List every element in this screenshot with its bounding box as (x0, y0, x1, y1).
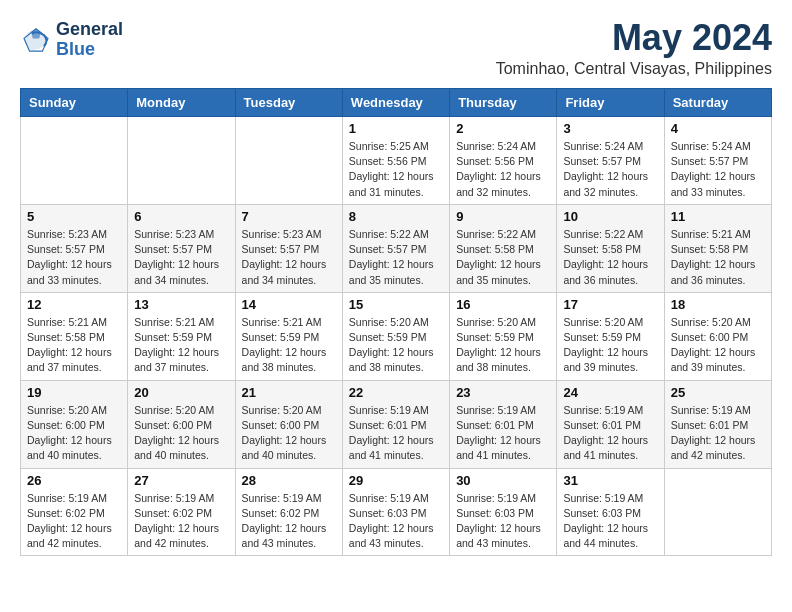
day-number: 12 (27, 297, 121, 312)
calendar-cell: 27Sunrise: 5:19 AM Sunset: 6:02 PM Dayli… (128, 468, 235, 556)
calendar-cell: 26Sunrise: 5:19 AM Sunset: 6:02 PM Dayli… (21, 468, 128, 556)
day-info: Sunrise: 5:20 AM Sunset: 5:59 PM Dayligh… (456, 315, 550, 376)
day-info: Sunrise: 5:19 AM Sunset: 6:01 PM Dayligh… (563, 403, 657, 464)
day-number: 6 (134, 209, 228, 224)
day-number: 8 (349, 209, 443, 224)
calendar-week-row: 5Sunrise: 5:23 AM Sunset: 5:57 PM Daylig… (21, 204, 772, 292)
calendar-table: SundayMondayTuesdayWednesdayThursdayFrid… (20, 88, 772, 556)
calendar-cell: 6Sunrise: 5:23 AM Sunset: 5:57 PM Daylig… (128, 204, 235, 292)
calendar-cell: 31Sunrise: 5:19 AM Sunset: 6:03 PM Dayli… (557, 468, 664, 556)
calendar-cell: 24Sunrise: 5:19 AM Sunset: 6:01 PM Dayli… (557, 380, 664, 468)
calendar-week-row: 26Sunrise: 5:19 AM Sunset: 6:02 PM Dayli… (21, 468, 772, 556)
weekday-header-tuesday: Tuesday (235, 89, 342, 117)
day-info: Sunrise: 5:19 AM Sunset: 6:01 PM Dayligh… (671, 403, 765, 464)
calendar-cell: 21Sunrise: 5:20 AM Sunset: 6:00 PM Dayli… (235, 380, 342, 468)
day-number: 30 (456, 473, 550, 488)
calendar-cell: 3Sunrise: 5:24 AM Sunset: 5:57 PM Daylig… (557, 117, 664, 205)
day-number: 15 (349, 297, 443, 312)
day-info: Sunrise: 5:20 AM Sunset: 6:00 PM Dayligh… (134, 403, 228, 464)
calendar-cell: 10Sunrise: 5:22 AM Sunset: 5:58 PM Dayli… (557, 204, 664, 292)
day-info: Sunrise: 5:24 AM Sunset: 5:57 PM Dayligh… (671, 139, 765, 200)
day-info: Sunrise: 5:20 AM Sunset: 6:00 PM Dayligh… (671, 315, 765, 376)
day-info: Sunrise: 5:22 AM Sunset: 5:58 PM Dayligh… (456, 227, 550, 288)
calendar-cell: 16Sunrise: 5:20 AM Sunset: 5:59 PM Dayli… (450, 292, 557, 380)
day-info: Sunrise: 5:21 AM Sunset: 5:58 PM Dayligh… (671, 227, 765, 288)
day-number: 25 (671, 385, 765, 400)
day-number: 14 (242, 297, 336, 312)
weekday-header-row: SundayMondayTuesdayWednesdayThursdayFrid… (21, 89, 772, 117)
day-info: Sunrise: 5:20 AM Sunset: 6:00 PM Dayligh… (242, 403, 336, 464)
calendar-cell: 15Sunrise: 5:20 AM Sunset: 5:59 PM Dayli… (342, 292, 449, 380)
calendar-cell: 30Sunrise: 5:19 AM Sunset: 6:03 PM Dayli… (450, 468, 557, 556)
calendar-cell (128, 117, 235, 205)
calendar-cell: 19Sunrise: 5:20 AM Sunset: 6:00 PM Dayli… (21, 380, 128, 468)
day-number: 28 (242, 473, 336, 488)
day-number: 24 (563, 385, 657, 400)
calendar-week-row: 12Sunrise: 5:21 AM Sunset: 5:58 PM Dayli… (21, 292, 772, 380)
day-info: Sunrise: 5:23 AM Sunset: 5:57 PM Dayligh… (242, 227, 336, 288)
day-info: Sunrise: 5:23 AM Sunset: 5:57 PM Dayligh… (134, 227, 228, 288)
calendar-cell: 7Sunrise: 5:23 AM Sunset: 5:57 PM Daylig… (235, 204, 342, 292)
calendar-cell (21, 117, 128, 205)
logo-icon (20, 24, 52, 56)
page-header: General Blue May 2024 Tominhao, Central … (20, 20, 772, 78)
calendar-cell: 18Sunrise: 5:20 AM Sunset: 6:00 PM Dayli… (664, 292, 771, 380)
day-number: 9 (456, 209, 550, 224)
day-info: Sunrise: 5:19 AM Sunset: 6:03 PM Dayligh… (456, 491, 550, 552)
day-number: 31 (563, 473, 657, 488)
calendar-cell (664, 468, 771, 556)
calendar-cell: 17Sunrise: 5:20 AM Sunset: 5:59 PM Dayli… (557, 292, 664, 380)
calendar-cell: 12Sunrise: 5:21 AM Sunset: 5:58 PM Dayli… (21, 292, 128, 380)
day-info: Sunrise: 5:19 AM Sunset: 6:03 PM Dayligh… (563, 491, 657, 552)
month-title: May 2024 (496, 20, 772, 56)
calendar-cell: 4Sunrise: 5:24 AM Sunset: 5:57 PM Daylig… (664, 117, 771, 205)
day-number: 4 (671, 121, 765, 136)
day-number: 2 (456, 121, 550, 136)
day-number: 17 (563, 297, 657, 312)
day-info: Sunrise: 5:19 AM Sunset: 6:02 PM Dayligh… (134, 491, 228, 552)
calendar-cell: 2Sunrise: 5:24 AM Sunset: 5:56 PM Daylig… (450, 117, 557, 205)
day-number: 29 (349, 473, 443, 488)
day-number: 16 (456, 297, 550, 312)
day-info: Sunrise: 5:19 AM Sunset: 6:02 PM Dayligh… (242, 491, 336, 552)
day-info: Sunrise: 5:22 AM Sunset: 5:58 PM Dayligh… (563, 227, 657, 288)
calendar-cell (235, 117, 342, 205)
day-info: Sunrise: 5:20 AM Sunset: 6:00 PM Dayligh… (27, 403, 121, 464)
calendar-week-row: 1Sunrise: 5:25 AM Sunset: 5:56 PM Daylig… (21, 117, 772, 205)
day-info: Sunrise: 5:21 AM Sunset: 5:59 PM Dayligh… (242, 315, 336, 376)
calendar-cell: 20Sunrise: 5:20 AM Sunset: 6:00 PM Dayli… (128, 380, 235, 468)
day-info: Sunrise: 5:20 AM Sunset: 5:59 PM Dayligh… (563, 315, 657, 376)
day-number: 19 (27, 385, 121, 400)
day-info: Sunrise: 5:22 AM Sunset: 5:57 PM Dayligh… (349, 227, 443, 288)
day-number: 13 (134, 297, 228, 312)
calendar-cell: 22Sunrise: 5:19 AM Sunset: 6:01 PM Dayli… (342, 380, 449, 468)
calendar-cell: 13Sunrise: 5:21 AM Sunset: 5:59 PM Dayli… (128, 292, 235, 380)
logo-text: General Blue (56, 20, 123, 60)
weekday-header-wednesday: Wednesday (342, 89, 449, 117)
day-info: Sunrise: 5:24 AM Sunset: 5:56 PM Dayligh… (456, 139, 550, 200)
calendar-cell: 23Sunrise: 5:19 AM Sunset: 6:01 PM Dayli… (450, 380, 557, 468)
weekday-header-sunday: Sunday (21, 89, 128, 117)
day-number: 11 (671, 209, 765, 224)
weekday-header-thursday: Thursday (450, 89, 557, 117)
calendar-week-row: 19Sunrise: 5:20 AM Sunset: 6:00 PM Dayli… (21, 380, 772, 468)
day-number: 1 (349, 121, 443, 136)
calendar-cell: 9Sunrise: 5:22 AM Sunset: 5:58 PM Daylig… (450, 204, 557, 292)
calendar-cell: 29Sunrise: 5:19 AM Sunset: 6:03 PM Dayli… (342, 468, 449, 556)
location-title: Tominhao, Central Visayas, Philippines (496, 60, 772, 78)
day-number: 5 (27, 209, 121, 224)
day-number: 22 (349, 385, 443, 400)
day-number: 26 (27, 473, 121, 488)
day-info: Sunrise: 5:19 AM Sunset: 6:01 PM Dayligh… (349, 403, 443, 464)
day-info: Sunrise: 5:19 AM Sunset: 6:01 PM Dayligh… (456, 403, 550, 464)
day-number: 7 (242, 209, 336, 224)
day-number: 21 (242, 385, 336, 400)
day-number: 27 (134, 473, 228, 488)
calendar-cell: 11Sunrise: 5:21 AM Sunset: 5:58 PM Dayli… (664, 204, 771, 292)
day-info: Sunrise: 5:19 AM Sunset: 6:03 PM Dayligh… (349, 491, 443, 552)
day-number: 20 (134, 385, 228, 400)
day-info: Sunrise: 5:23 AM Sunset: 5:57 PM Dayligh… (27, 227, 121, 288)
weekday-header-monday: Monday (128, 89, 235, 117)
calendar-cell: 14Sunrise: 5:21 AM Sunset: 5:59 PM Dayli… (235, 292, 342, 380)
day-number: 3 (563, 121, 657, 136)
